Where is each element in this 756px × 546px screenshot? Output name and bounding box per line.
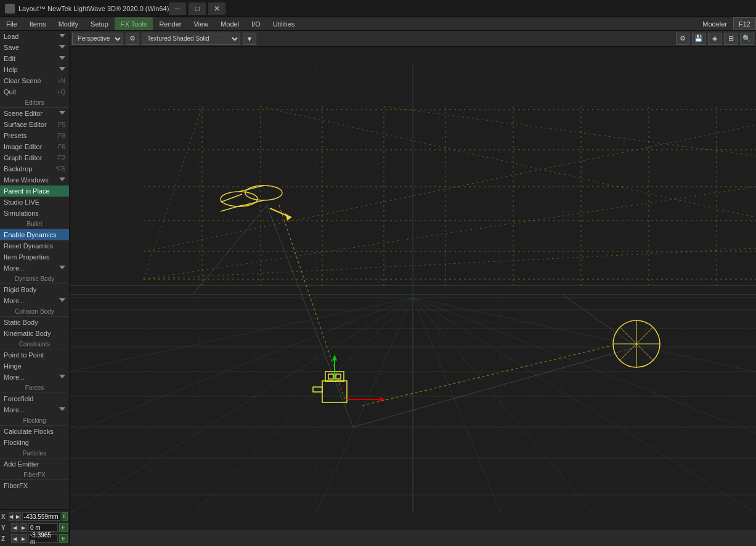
- viewport-topbar: Perspective ⚙ Textured Shaded Solid ▼ ⚙ …: [70, 31, 756, 47]
- menu-fx-tools[interactable]: FX Tools: [115, 17, 153, 30]
- sidebar-item-static-body[interactable]: Static Body: [0, 317, 69, 328]
- sidebar-item-backdrop[interactable]: Backdrop °F5: [0, 163, 69, 174]
- app-icon: [5, 4, 15, 14]
- collision-body-header: Collision Body: [0, 306, 69, 317]
- sidebar-item-enable-dynamics[interactable]: Enable Dynamics: [0, 229, 69, 240]
- position-panel: X ◀ ▶ -433.559mm E Y ◀ ▶ 0 m E Z ◀ ▶ -3.…: [0, 509, 70, 546]
- shading-toggle-icon[interactable]: ▼: [243, 33, 256, 45]
- more-windows-arrow-icon: [59, 177, 65, 182]
- sidebar-item-flocking[interactable]: Flocking: [0, 437, 69, 448]
- more-constraints-arrow-icon: [59, 375, 65, 380]
- bullet-header: Bullet: [0, 219, 69, 229]
- save-render-icon[interactable]: 💾: [692, 33, 705, 45]
- perspective-select[interactable]: Perspective: [72, 33, 123, 45]
- x-value: -433.559mm: [22, 512, 60, 521]
- menu-modeler[interactable]: Modeler: [696, 17, 733, 30]
- y-value: 0 m: [28, 523, 58, 532]
- flocking-header: Flocking: [0, 415, 69, 426]
- load-arrow-icon: [59, 34, 65, 39]
- y-increment-button[interactable]: ▶: [20, 523, 27, 532]
- sidebar-item-more-bullet[interactable]: More...: [0, 263, 69, 274]
- sidebar-item-graph-editor[interactable]: Graph Editor F2: [0, 152, 69, 163]
- scene-editor-arrow-icon: [59, 111, 65, 116]
- x-increment-button[interactable]: ▶: [15, 512, 21, 521]
- sidebar-item-surface-editor[interactable]: Surface Editor F5: [0, 119, 69, 130]
- more-forces-arrow-icon: [59, 407, 65, 412]
- sidebar-item-forcefield[interactable]: Forcefield: [0, 393, 69, 404]
- particles-header: Particles: [0, 448, 69, 458]
- sidebar-item-reset-dynamics[interactable]: Reset Dynamics: [0, 240, 69, 251]
- viewport-expand-icon[interactable]: ⊞: [724, 33, 738, 45]
- sidebar-item-studio-live[interactable]: Studio LIVE: [0, 197, 69, 208]
- z-position-row: Z ◀ ▶ -3.3965 m E: [1, 533, 68, 544]
- viewport-search-icon[interactable]: 🔍: [740, 33, 754, 45]
- y-decrement-button[interactable]: ◀: [11, 523, 18, 532]
- sidebar-item-scene-editor[interactable]: Scene Editor: [0, 108, 69, 119]
- close-button[interactable]: ✕: [208, 2, 226, 15]
- sidebar-item-presets[interactable]: Presets F8: [0, 130, 69, 141]
- menu-modify[interactable]: Modify: [52, 17, 84, 30]
- sidebar-item-clear-scene[interactable]: Clear Scene +N: [0, 75, 69, 86]
- sidebar-item-fiberfx[interactable]: FiberFX: [0, 480, 69, 491]
- sidebar-item-add-emitter[interactable]: Add Emitter: [0, 458, 69, 470]
- menu-view[interactable]: View: [187, 17, 214, 30]
- sidebar-item-quit[interactable]: Quit +Q: [0, 86, 69, 97]
- sidebar-item-save[interactable]: Save: [0, 42, 69, 53]
- sidebar-item-more-forces[interactable]: More...: [0, 404, 69, 415]
- z-envelope-button[interactable]: E: [59, 534, 68, 543]
- viewport-settings-icon[interactable]: ⚙: [126, 33, 139, 45]
- menu-model[interactable]: Model: [214, 17, 245, 30]
- viewport-svg: [70, 47, 756, 530]
- menu-render[interactable]: Render: [153, 17, 187, 30]
- sidebar-item-load[interactable]: Load: [0, 31, 69, 42]
- sidebar-item-simulations[interactable]: Simulations: [0, 208, 69, 219]
- z-increment-button[interactable]: ▶: [20, 534, 27, 543]
- sidebar-item-kinematic-body[interactable]: Kinematic Body: [0, 328, 69, 339]
- editors-header: Editors: [0, 97, 69, 108]
- edit-arrow-icon: [59, 56, 65, 61]
- menu-f12[interactable]: F12: [733, 17, 756, 30]
- sidebar-item-image-editor[interactable]: Image Editor F6: [0, 141, 69, 152]
- x-position-row: X ◀ ▶ -433.559mm E: [1, 511, 68, 522]
- menu-file[interactable]: File: [0, 17, 23, 30]
- 3d-viewport[interactable]: [70, 47, 756, 530]
- save-arrow-icon: [59, 45, 65, 50]
- menu-utilities[interactable]: Utilities: [267, 17, 301, 30]
- forces-header: Forces: [0, 383, 69, 393]
- menu-items[interactable]: Items: [23, 17, 52, 30]
- dynamic-body-header: Dynamic Body: [0, 274, 69, 284]
- titlebar: Layout™ NewTek LightWave 3D® 2020.0 (Win…: [0, 0, 756, 17]
- menu-io[interactable]: I/O: [245, 17, 267, 30]
- y-envelope-button[interactable]: E: [59, 523, 68, 532]
- sidebar-item-hinge[interactable]: Hinge: [0, 361, 69, 372]
- titlebar-title: Layout™ NewTek LightWave 3D® 2020.0 (Win…: [18, 5, 169, 12]
- maximize-button[interactable]: □: [189, 2, 206, 15]
- more-bullet-arrow-icon: [59, 266, 65, 271]
- sidebar-item-point-to-point[interactable]: Point to Point: [0, 349, 69, 361]
- z-value: -3.3965 m: [28, 534, 58, 543]
- main-layout: Load Save Edit Help Clear Scene +N Quit …: [0, 31, 756, 530]
- shading-select[interactable]: Textured Shaded Solid: [142, 33, 240, 45]
- menu-setup[interactable]: Setup: [84, 17, 115, 30]
- render-options-icon[interactable]: ◈: [708, 33, 721, 45]
- sidebar-item-edit[interactable]: Edit: [0, 53, 69, 64]
- z-decrement-button[interactable]: ◀: [11, 534, 18, 543]
- menubar: File Items Modify Setup FX Tools Render …: [0, 17, 756, 31]
- sidebar-item-more-windows[interactable]: More Windows: [0, 174, 69, 185]
- sidebar-item-help[interactable]: Help: [0, 64, 69, 75]
- sidebar-item-more-dynamic[interactable]: More...: [0, 295, 69, 306]
- minimize-button[interactable]: ─: [169, 2, 186, 15]
- window-controls: ─ □ ✕: [169, 2, 226, 15]
- render-settings-icon[interactable]: ⚙: [676, 33, 689, 45]
- y-axis-label: Y: [1, 524, 10, 531]
- sidebar-item-rigid-body[interactable]: Rigid Body: [0, 284, 69, 295]
- x-envelope-button[interactable]: E: [62, 512, 68, 521]
- sidebar-item-parent-in-place[interactable]: Parent in Place: [0, 185, 69, 197]
- x-axis-label: X: [1, 513, 7, 520]
- sidebar-item-item-properties[interactable]: Item Properties: [0, 251, 69, 263]
- z-axis-label: Z: [1, 536, 10, 542]
- sidebar-item-calculate-flocks[interactable]: Calculate Flocks: [0, 426, 69, 437]
- sidebar: Load Save Edit Help Clear Scene +N Quit …: [0, 31, 70, 530]
- x-decrement-button[interactable]: ◀: [9, 512, 14, 521]
- sidebar-item-more-constraints[interactable]: More...: [0, 372, 69, 383]
